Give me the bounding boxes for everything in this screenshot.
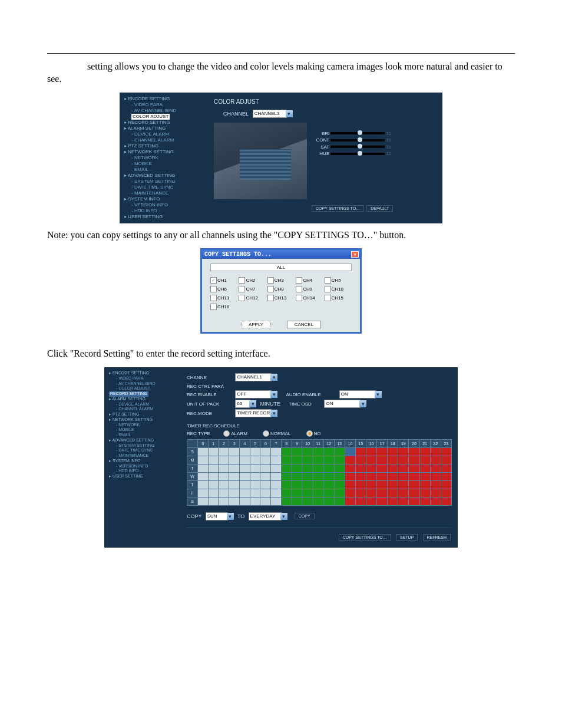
schedule-cell[interactable] (366, 498, 377, 506)
sat-slider[interactable] (330, 146, 385, 148)
schedule-cell[interactable] (388, 481, 398, 489)
schedule-cell[interactable] (302, 481, 313, 489)
schedule-cell[interactable] (345, 498, 355, 506)
tree-item[interactable]: - MOBILE (123, 161, 202, 167)
schedule-cell[interactable] (292, 473, 302, 481)
schedule-cell[interactable] (208, 456, 219, 465)
schedule-cell[interactable] (208, 498, 219, 506)
alarm-radio[interactable] (223, 430, 230, 437)
schedule-cell[interactable] (239, 473, 250, 481)
schedule-cell[interactable] (419, 448, 430, 456)
tree-item[interactable]: - NETWORK (108, 423, 181, 428)
schedule-cell[interactable] (409, 473, 419, 481)
schedule-cell[interactable] (345, 448, 355, 456)
schedule-cell[interactable] (398, 489, 409, 498)
schedule-cell[interactable] (229, 481, 240, 489)
schedule-cell[interactable] (229, 489, 240, 498)
cont-slider[interactable] (330, 139, 385, 141)
schedule-cell[interactable] (219, 498, 229, 506)
nav-tree[interactable]: ▸ ENCODE SETTING- VIDEO PARA- AV CHANNEL… (120, 93, 202, 223)
schedule-cell[interactable] (398, 498, 409, 506)
schedule-cell[interactable] (355, 473, 366, 481)
schedule-cell[interactable] (208, 448, 219, 456)
schedule-cell[interactable] (208, 465, 219, 473)
schedule-cell[interactable] (250, 498, 260, 506)
schedule-cell[interactable] (323, 465, 334, 473)
schedule-cell[interactable] (313, 481, 323, 489)
tree-item[interactable]: - AV CHANNEL BIND (123, 108, 202, 114)
schedule-cell[interactable] (430, 473, 441, 481)
chevron-down-icon[interactable]: ▾ (270, 410, 277, 417)
schedule-cell[interactable] (430, 489, 441, 498)
schedule-cell[interactable] (197, 465, 208, 473)
schedule-cell[interactable] (323, 473, 334, 481)
schedule-cell[interactable] (250, 481, 260, 489)
schedule-cell[interactable] (229, 498, 240, 506)
schedule-cell[interactable] (281, 465, 292, 473)
schedule-cell[interactable] (239, 489, 250, 498)
schedule-cell[interactable] (302, 498, 313, 506)
tree-item[interactable]: ▸ USER SETTING (123, 214, 202, 220)
tree-item[interactable]: - MAINTENANCE (123, 190, 202, 196)
channel-checkbox[interactable]: CH13 (267, 295, 295, 301)
schedule-cell[interactable] (441, 456, 451, 465)
schedule-cell[interactable] (441, 481, 451, 489)
schedule-cell[interactable] (197, 448, 208, 456)
schedule-cell[interactable] (281, 481, 292, 489)
schedule-cell[interactable] (419, 473, 430, 481)
schedule-cell[interactable] (366, 473, 377, 481)
schedule-cell[interactable] (197, 498, 208, 506)
tree-item[interactable]: ▸ ADVANCED SETTING (108, 438, 181, 443)
schedule-cell[interactable] (377, 465, 388, 473)
tree-item[interactable]: - VIDEO PARA (108, 376, 181, 381)
schedule-cell[interactable] (229, 456, 240, 465)
channel-checkbox[interactable]: CH11 (210, 295, 237, 301)
chevron-down-icon[interactable]: ▾ (227, 513, 234, 520)
tree-item[interactable]: ▸ NETWORK SETTING (123, 149, 202, 155)
schedule-cell[interactable] (409, 481, 419, 489)
schedule-cell[interactable] (313, 456, 323, 465)
schedule-cell[interactable] (219, 448, 229, 456)
schedule-cell[interactable] (302, 465, 313, 473)
schedule-cell[interactable] (388, 473, 398, 481)
nav-tree-2[interactable]: ▸ ENCODE SETTING- VIDEO PARA- AV CHANNEL… (104, 367, 181, 483)
tree-item[interactable]: ▸ PTZ SETTING (123, 143, 202, 149)
channel-checkbox[interactable]: CH15 (325, 295, 352, 301)
schedule-cell[interactable] (281, 498, 292, 506)
normal-radio[interactable] (263, 430, 269, 437)
schedule-cell[interactable] (398, 448, 409, 456)
schedule-cell[interactable] (239, 498, 250, 506)
schedule-cell[interactable] (388, 465, 398, 473)
schedule-cell[interactable] (334, 465, 345, 473)
schedule-cell[interactable] (334, 498, 345, 506)
tree-item[interactable]: - VERSION INFO (108, 464, 181, 469)
schedule-grid[interactable]: 01234567891011121314151617181920212223SM… (187, 439, 452, 506)
tree-item[interactable]: - DATE TIME SYNC (108, 448, 181, 453)
no-radio[interactable] (306, 430, 313, 437)
schedule-cell[interactable] (334, 456, 345, 465)
schedule-cell[interactable] (334, 489, 345, 498)
chevron-down-icon[interactable]: ▾ (375, 391, 382, 398)
channel-checkbox[interactable]: CH10 (325, 286, 352, 292)
schedule-cell[interactable] (334, 481, 345, 489)
tree-item[interactable]: - VIDEO PARA (123, 102, 202, 108)
channel-checkbox[interactable]: CH5 (325, 277, 352, 284)
hue-slider[interactable] (330, 153, 385, 155)
schedule-cell[interactable] (313, 489, 323, 498)
schedule-cell[interactable] (239, 456, 250, 465)
copy-settings-button-2[interactable]: COPY SETTINGS TO… (339, 534, 391, 541)
schedule-cell[interactable] (377, 489, 388, 498)
schedule-cell[interactable] (409, 456, 419, 465)
tree-item[interactable]: - AV CHANNEL BIND (108, 381, 181, 387)
schedule-cell[interactable] (292, 498, 302, 506)
schedule-cell[interactable] (197, 481, 208, 489)
schedule-cell[interactable] (323, 481, 334, 489)
schedule-cell[interactable] (239, 481, 250, 489)
schedule-cell[interactable] (398, 465, 409, 473)
schedule-cell[interactable] (323, 448, 334, 456)
tree-item[interactable]: - HDD INFO (108, 469, 181, 474)
schedule-cell[interactable] (430, 498, 441, 506)
schedule-cell[interactable] (260, 473, 271, 481)
tree-item[interactable]: ▸ SYSTEM INFO (108, 459, 181, 464)
schedule-cell[interactable] (219, 489, 229, 498)
